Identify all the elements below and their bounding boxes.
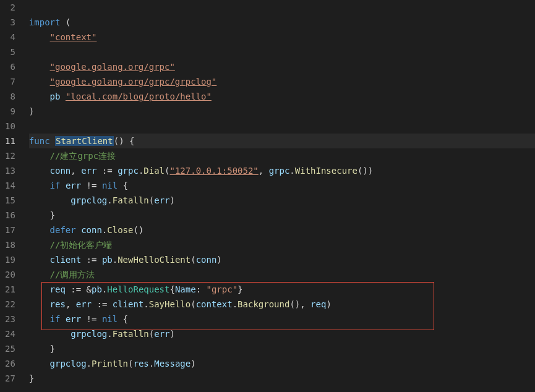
line-number: 20	[5, 267, 15, 282]
line-number: 24	[5, 326, 15, 341]
line-number: 26	[5, 356, 15, 371]
code-line: grpclog.Println(res.Message)	[29, 356, 535, 371]
code-line: )	[29, 104, 535, 119]
line-number: 3	[5, 15, 15, 30]
code-line: grpclog.Fatalln(err)	[29, 326, 535, 341]
code-line: "google.golang.org/grpc/grpclog"	[29, 74, 535, 89]
code-line	[29, 45, 535, 59]
line-number: 8	[5, 89, 15, 104]
line-number: 19	[5, 252, 15, 267]
code-editor[interactable]: 2 3 4 5 6 7 8 9 10 11 12 13 14 15 16 17 …	[0, 0, 535, 392]
line-number: 12	[5, 148, 15, 163]
line-number: 14	[5, 178, 15, 193]
line-number: 4	[5, 30, 15, 45]
line-number: 7	[5, 74, 15, 89]
code-line: import (	[29, 15, 535, 30]
line-number: 10	[5, 119, 15, 134]
line-number-current: 11	[5, 134, 15, 148]
line-number: 18	[5, 237, 15, 252]
code-line: defer conn.Close()	[29, 223, 535, 237]
code-line: }	[29, 208, 535, 223]
code-line: //调用方法	[29, 267, 535, 282]
line-number: 27	[5, 371, 15, 386]
line-number: 16	[5, 208, 15, 223]
code-line: "google.golang.org/grpc"	[29, 59, 535, 74]
code-line: "context"	[29, 30, 535, 45]
line-number-gutter: 2 3 4 5 6 7 8 9 10 11 12 13 14 15 16 17 …	[0, 0, 24, 392]
code-line: }	[29, 371, 535, 386]
line-number: 15	[5, 193, 15, 208]
line-number: 21	[5, 282, 15, 297]
code-line: //建立grpc连接	[29, 148, 535, 163]
code-line: if err != nil {	[29, 178, 535, 193]
line-number: 6	[5, 59, 15, 74]
line-number: 22	[5, 297, 15, 312]
line-number: 13	[5, 163, 15, 178]
code-line: pb "local.com/blog/proto/hello"	[29, 89, 535, 104]
line-number: 25	[5, 341, 15, 356]
code-line-current: func StartClient() {	[29, 134, 535, 148]
code-line	[29, 0, 535, 15]
line-number: 23	[5, 312, 15, 326]
line-number: 2	[5, 0, 15, 15]
code-line: client := pb.NewHelloClient(conn)	[29, 252, 535, 267]
line-number: 9	[5, 104, 15, 119]
code-area[interactable]: import ( "context" "google.golang.org/gr…	[24, 0, 535, 392]
code-line: grpclog.Fatalln(err)	[29, 193, 535, 208]
line-number: 17	[5, 223, 15, 237]
code-line: if err != nil {	[29, 312, 535, 326]
code-line	[29, 119, 535, 134]
code-line: res, err := client.SayHello(context.Back…	[29, 297, 535, 312]
code-line: //初始化客户端	[29, 237, 535, 252]
code-line: req := &pb.HelloRequest{Name: "grpc"}	[29, 282, 535, 297]
line-number: 5	[5, 45, 15, 59]
code-line: }	[29, 341, 535, 356]
code-line: conn, err := grpc.Dial("127.0.0.1:50052"…	[29, 163, 535, 178]
